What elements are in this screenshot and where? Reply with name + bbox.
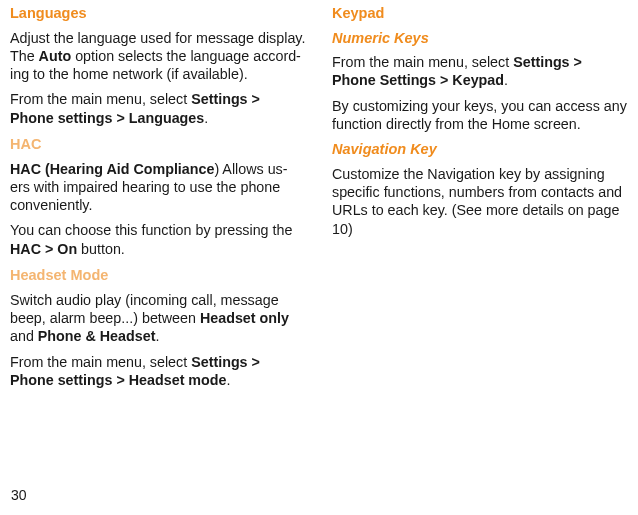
heading-headset-mode: Headset Mode bbox=[10, 266, 306, 285]
headset-paragraph-1: Switch audio play (incoming call, messag… bbox=[10, 291, 306, 346]
bold-headset-only: Headset only bbox=[200, 310, 289, 326]
bold-auto: Auto bbox=[39, 48, 72, 64]
heading-languages: Languages bbox=[10, 4, 306, 23]
text: button. bbox=[77, 241, 125, 257]
text: and bbox=[10, 328, 38, 344]
nav-paragraph-1: Customize the Navigation key by assignin… bbox=[332, 165, 628, 238]
heading-numeric-keys: Numeric Keys bbox=[332, 29, 628, 48]
headset-paragraph-2: From the main menu, select Settings > Ph… bbox=[10, 353, 306, 390]
languages-paragraph-1: Adjust the language used for message dis… bbox=[10, 29, 306, 84]
hac-paragraph-2: You can choose this function by pressing… bbox=[10, 221, 306, 258]
page-number: 30 bbox=[11, 487, 27, 505]
bold-hac-on: HAC > On bbox=[10, 241, 77, 257]
heading-hac: HAC bbox=[10, 135, 306, 154]
bold-phone-headset: Phone & Headset bbox=[38, 328, 156, 344]
numeric-paragraph-2: By customizing your keys, you can access… bbox=[332, 97, 628, 134]
bold-hac-full: HAC (Hearing Aid Compliance bbox=[10, 161, 214, 177]
text: From the main menu, select bbox=[332, 54, 513, 70]
left-column: Languages Adjust the language used for m… bbox=[10, 4, 306, 396]
text: . bbox=[227, 372, 231, 388]
text: . bbox=[504, 72, 508, 88]
text: . bbox=[204, 110, 208, 126]
text: From the main menu, select bbox=[10, 91, 191, 107]
numeric-paragraph-1: From the main menu, select Settings > Ph… bbox=[332, 53, 628, 90]
text: From the main menu, select bbox=[10, 354, 191, 370]
hac-paragraph-1: HAC (Hearing Aid Compliance) Allows us-e… bbox=[10, 160, 306, 215]
text: . bbox=[155, 328, 159, 344]
text: You can choose this function by pressing… bbox=[10, 222, 292, 238]
languages-paragraph-2: From the main menu, select Settings > Ph… bbox=[10, 90, 306, 127]
heading-navigation-key: Navigation Key bbox=[332, 140, 628, 159]
heading-keypad: Keypad bbox=[332, 4, 628, 23]
right-column: Keypad Numeric Keys From the main menu, … bbox=[332, 4, 628, 396]
page-content: Languages Adjust the language used for m… bbox=[0, 0, 638, 396]
